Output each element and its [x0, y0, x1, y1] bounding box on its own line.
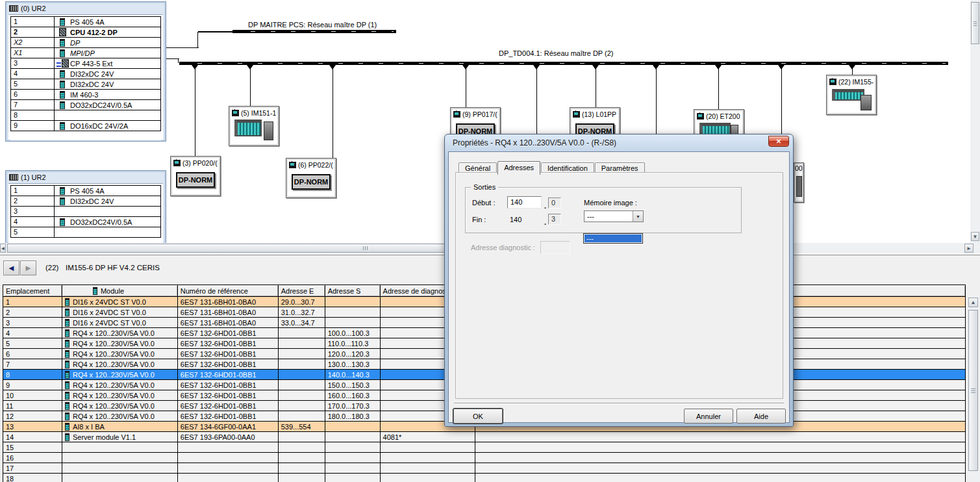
table-cell[interactable]: 10 [3, 390, 62, 400]
table-cell[interactable]: RQ4 x 120..230V/5A V0.0 [62, 390, 178, 400]
table-cell[interactable] [475, 432, 966, 442]
table-cell[interactable]: 3 [3, 318, 62, 327]
dp-master-bus-1[interactable] [198, 31, 234, 32]
column-header-module[interactable]: Module [62, 285, 178, 296]
table-cell[interactable]: 14 [3, 432, 62, 442]
table-cell[interactable]: 6ES7 131-6BH01-0BA0 [178, 307, 279, 317]
rack-slot-row[interactable]: 6IM 460-3 [11, 90, 160, 100]
table-cell[interactable] [178, 442, 279, 452]
table-cell[interactable]: 8 [3, 370, 62, 379]
table-cell[interactable]: 7 [3, 359, 62, 369]
table-cell[interactable]: 6ES7 131-6BH01-0BA0 [178, 297, 279, 307]
scroll-up-button[interactable]: ▲ [968, 298, 978, 307]
table-cell[interactable]: 17 [3, 463, 62, 473]
table-cell[interactable]: 6ES7 132-6HD01-0BB1 [178, 349, 279, 359]
table-cell[interactable]: 6ES7 132-6HD01-0BB1 [178, 370, 279, 379]
table-cell[interactable]: 4 [3, 328, 62, 338]
table-cell[interactable] [325, 307, 381, 317]
station-vertical-scrollbar[interactable]: ▼ [970, 0, 980, 243]
table-cell[interactable]: 33.0...34.7 [279, 318, 325, 327]
table-cell[interactable]: 1 [3, 297, 62, 307]
table-cell[interactable]: RQ4 x 120..230V/5A V0.0 [62, 370, 178, 379]
scrollbar-thumb[interactable] [968, 310, 978, 471]
table-cell[interactable]: RQ4 x 120..230V/5A V0.0 [62, 338, 178, 348]
rack-slot-row[interactable]: 5DI32xDC 24V [11, 79, 160, 90]
table-cell[interactable]: 6ES7 132-6HD01-0BB1 [178, 390, 279, 400]
rack-slot-row[interactable]: 4DI32xDC 24V [11, 69, 160, 79]
scrollbar-thumb[interactable] [971, 2, 979, 44]
aide-button[interactable]: Aide [736, 409, 786, 424]
table-cell[interactable]: 110.0...110.3 [325, 338, 381, 348]
table-cell[interactable] [178, 474, 279, 482]
ok-button[interactable]: OK [453, 409, 503, 424]
table-cell[interactable]: 16 [3, 453, 62, 463]
table-cell[interactable] [279, 474, 325, 482]
rack-slot-row[interactable]: 2CPU 412-2 DP [11, 27, 160, 38]
table-cell[interactable]: 539...554 [279, 422, 325, 431]
table-cell[interactable] [381, 463, 475, 473]
column-header-emplacement[interactable]: Emplacement [3, 285, 62, 296]
table-cell[interactable]: AI8 x I BA [62, 422, 178, 431]
rack-slot-row[interactable]: 4DO32xDC24V/0.5A [11, 217, 160, 227]
table-cell[interactable] [62, 442, 178, 452]
table-cell[interactable] [325, 463, 381, 473]
table-cell[interactable]: 100.0...100.3 [325, 328, 381, 338]
table-cell[interactable]: 9 [3, 380, 62, 390]
rack-slot-row[interactable]: X2DP [11, 38, 160, 48]
table-cell[interactable]: 15 [3, 442, 62, 452]
table-cell[interactable]: 6ES7 132-6HD01-0BB1 [178, 359, 279, 369]
rack-slot-row[interactable]: 9DO16xDC 24V/2A [11, 121, 160, 131]
table-cell[interactable] [62, 474, 178, 482]
navigate-back-button[interactable]: ◄ [3, 260, 19, 275]
table-cell[interactable] [279, 411, 325, 421]
table-cell[interactable]: 6ES7 132-6HD01-0BB1 [178, 411, 279, 421]
column-header-num-ro-de-r-f-rence[interactable]: Numéro de référence [178, 285, 279, 296]
dp-master-bus-2[interactable] [179, 62, 948, 65]
table-cell[interactable] [279, 380, 325, 390]
dp-slave-box[interactable]: (22) IM155- [826, 75, 877, 115]
rack-slot-row[interactable]: 5 [11, 227, 160, 238]
table-cell[interactable] [325, 297, 381, 307]
table-cell[interactable] [279, 359, 325, 369]
dp-slave-box[interactable]: (6) PP022/(DP-NORM [286, 158, 336, 198]
table-cell[interactable] [475, 442, 966, 452]
table-cell[interactable]: 13 [3, 422, 62, 431]
memoire-image-droplist[interactable]: --- [583, 233, 643, 244]
rack-slot-row[interactable]: 7DO32xDC24V/0.5A [11, 100, 160, 110]
scroll-down-button[interactable]: ▼ [971, 232, 979, 241]
table-cell[interactable]: 6ES7 132-6HD01-0BB1 [178, 338, 279, 348]
table-cell[interactable] [325, 422, 381, 431]
table-cell[interactable] [62, 463, 178, 473]
tab-adresses[interactable]: Adresses [497, 161, 540, 175]
table-cell[interactable]: 6ES7 134-6GF00-0AA1 [178, 422, 279, 431]
dp-slave-box[interactable]: (5) IM151-1 [229, 106, 279, 146]
table-cell[interactable]: 180.0...180.3 [325, 411, 381, 421]
table-cell[interactable] [279, 401, 325, 411]
table-cell[interactable]: DI16 x 24VDC ST V0.0 [62, 318, 178, 327]
rack-slot-row[interactable]: 1PS 405 4A [11, 17, 160, 27]
table-cell[interactable]: 29.0...30.7 [279, 297, 325, 307]
table-cell[interactable]: DI16 x 24VDC ST V0.0 [62, 297, 178, 307]
module-table-row[interactable]: 14Server module V1.16ES7 193-6PA00-0AA04… [3, 432, 966, 442]
rack-window-0[interactable]: (0) UR2 1PS 405 4A2CPU 412-2 DPX2DPX1MPI… [5, 1, 166, 142]
table-cell[interactable]: 11 [3, 401, 62, 411]
table-cell[interactable] [279, 370, 325, 379]
table-cell[interactable]: 18 [3, 474, 62, 482]
table-cell[interactable] [279, 328, 325, 338]
rack-slot-row[interactable]: X1MPI/DP [11, 48, 160, 58]
debut-input[interactable]: 140 [507, 196, 542, 209]
navigate-forward-button[interactable]: ► [20, 260, 36, 275]
dp-slave-box[interactable]: (3) PP020/(DP-NORM [170, 156, 221, 196]
rack-slot-row[interactable]: 1PS 405 4A [11, 186, 160, 196]
table-cell[interactable]: 120.0...120.3 [325, 349, 381, 359]
table-cell[interactable] [279, 338, 325, 348]
table-cell[interactable] [178, 453, 279, 463]
table-cell[interactable]: 140.0...140.3 [325, 370, 381, 379]
table-cell[interactable]: RQ4 x 120..230V/5A V0.0 [62, 328, 178, 338]
table-cell[interactable]: 130.0...130.3 [325, 359, 381, 369]
table-cell[interactable] [381, 442, 475, 452]
module-table-row[interactable]: 15 [3, 442, 966, 453]
scroll-right-button[interactable]: ► [964, 244, 974, 253]
module-table-row[interactable]: 17 [3, 463, 966, 474]
table-cell[interactable]: 12 [3, 411, 62, 421]
